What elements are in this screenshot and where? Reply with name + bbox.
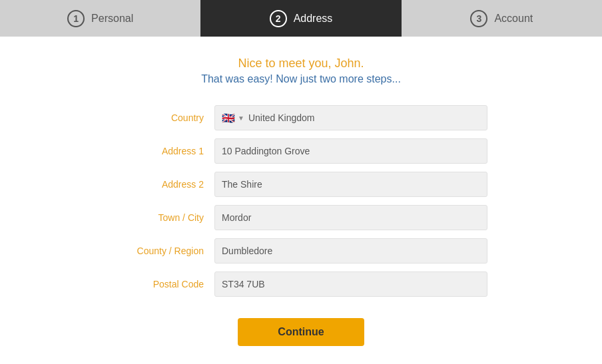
uk-flag-icon: 🇬🇧	[222, 112, 235, 124]
form-row-country: Country 🇬🇧 ▼ United Kingdom	[115, 105, 487, 130]
tab-address[interactable]: 2 Address	[200, 0, 401, 37]
input-town[interactable]	[214, 205, 487, 230]
tab-bar: 1 Personal 2 Address 3 Account	[0, 0, 602, 37]
tab-address-label: Address	[294, 13, 333, 25]
tab-account-label: Account	[494, 13, 533, 25]
dropdown-arrow-icon: ▼	[238, 114, 244, 122]
label-town: Town / City	[115, 212, 214, 223]
tab-account[interactable]: 3 Account	[402, 0, 602, 37]
form-row-county: County / Region	[115, 238, 487, 264]
input-address2[interactable]	[214, 172, 487, 197]
tab-account-number: 3	[470, 10, 487, 27]
tab-personal-label: Personal	[91, 13, 133, 25]
form-row-postal: Postal Code	[115, 272, 487, 297]
label-country: Country	[115, 112, 214, 123]
main-content: Nice to meet you, John. That was easy! N…	[0, 37, 602, 364]
continue-button[interactable]: Continue	[238, 318, 364, 346]
input-county[interactable]	[214, 238, 487, 264]
greeting: Nice to meet you, John. That was easy! N…	[201, 57, 401, 85]
form-row-town: Town / City	[115, 205, 487, 230]
label-county: County / Region	[115, 246, 214, 256]
greeting-line2: That was easy! Now just two more steps..…	[201, 73, 401, 85]
tab-personal-number: 1	[67, 10, 85, 27]
label-address2: Address 2	[115, 179, 214, 190]
address-form: Country 🇬🇧 ▼ United Kingdom Address 1 Ad…	[115, 105, 487, 305]
greeting-line1: Nice to meet you, John.	[201, 57, 401, 71]
label-postal: Postal Code	[115, 279, 214, 289]
tab-address-number: 2	[270, 10, 287, 27]
input-postal[interactable]	[214, 272, 487, 297]
form-row-address2: Address 2	[115, 172, 487, 197]
form-row-address1: Address 1	[115, 138, 487, 164]
country-select[interactable]: 🇬🇧 ▼ United Kingdom	[214, 105, 487, 130]
label-address1: Address 1	[115, 146, 214, 156]
tab-personal[interactable]: 1 Personal	[0, 0, 200, 37]
country-value: United Kingdom	[248, 112, 315, 123]
input-address1[interactable]	[214, 138, 487, 164]
